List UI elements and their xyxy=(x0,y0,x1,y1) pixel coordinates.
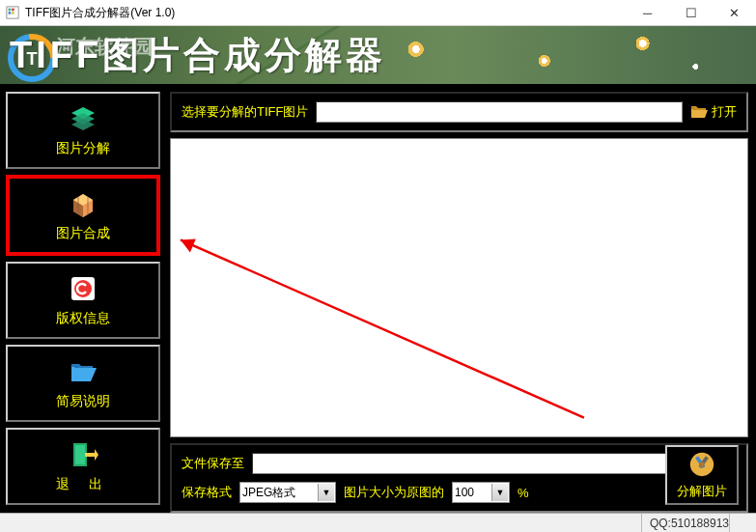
save-to-label: 文件保存至 xyxy=(182,455,244,472)
tiff-path-input[interactable] xyxy=(316,101,683,123)
svg-rect-1 xyxy=(9,9,12,12)
copyright-icon xyxy=(68,273,98,304)
size-label: 图片大小为原图的 xyxy=(344,484,444,501)
folder-open-icon xyxy=(68,356,98,387)
app-icon xyxy=(6,6,19,19)
format-value: JPEG格式 xyxy=(242,485,295,501)
window-controls: ─ ☐ ✕ xyxy=(626,0,756,26)
size-select[interactable]: 100 ▼ xyxy=(452,482,510,503)
format-label: 保存格式 xyxy=(182,484,232,501)
sidebar-item-label: 图片分解 xyxy=(56,140,110,157)
sidebar-item-exit[interactable]: 退 出 xyxy=(6,428,160,505)
sidebar-item-help[interactable]: 简易说明 xyxy=(6,345,160,422)
sidebar: 图片分解 图片合成 版权信息 简易说明 退 出 xyxy=(0,84,166,513)
format-select[interactable]: JPEG格式 ▼ xyxy=(239,482,336,503)
banner: T 河东软件园 TIFF图片合成分解器 xyxy=(0,26,756,84)
open-label: 打开 xyxy=(712,103,737,121)
svg-rect-3 xyxy=(9,12,12,14)
close-button[interactable]: ✕ xyxy=(713,0,756,26)
main-area: 图片分解 图片合成 版权信息 简易说明 退 出 xyxy=(0,84,756,513)
open-button[interactable]: 打开 xyxy=(690,103,737,121)
folder-icon xyxy=(690,105,708,119)
statusbar: QQ:510188913 xyxy=(0,513,756,532)
svg-line-21 xyxy=(181,239,584,417)
svg-rect-20 xyxy=(75,445,85,464)
annotation-arrow xyxy=(171,139,747,428)
select-file-label: 选择要分解的TIFF图片 xyxy=(182,103,308,121)
size-value: 100 xyxy=(455,486,474,499)
sidebar-item-label: 退 出 xyxy=(56,476,110,493)
chevron-down-icon: ▼ xyxy=(318,484,334,501)
sidebar-item-label: 简易说明 xyxy=(56,393,110,410)
svg-marker-22 xyxy=(181,238,196,252)
window-title: TIFF图片合成分解器(Ver 1.0) xyxy=(25,5,626,21)
minimize-button[interactable]: ─ xyxy=(626,0,669,26)
preview-area xyxy=(170,138,748,437)
svg-marker-10 xyxy=(71,119,95,130)
sidebar-item-copyright[interactable]: 版权信息 xyxy=(6,262,160,339)
cube-icon xyxy=(68,188,98,219)
percent-label: % xyxy=(518,486,529,500)
sidebar-item-label: 图片合成 xyxy=(56,225,110,242)
maximize-button[interactable]: ☐ xyxy=(669,0,713,26)
sidebar-item-compose[interactable]: 图片合成 xyxy=(6,175,160,256)
decompose-button[interactable]: 分解图片 xyxy=(665,445,739,505)
layers-icon xyxy=(68,103,98,134)
tools-icon xyxy=(687,450,716,479)
svg-point-30 xyxy=(699,462,705,467)
chevron-down-icon: ▼ xyxy=(491,484,508,501)
svg-rect-4 xyxy=(12,12,14,14)
svg-rect-2 xyxy=(12,9,14,12)
titlebar: TIFF图片合成分解器(Ver 1.0) ─ ☐ ✕ xyxy=(0,0,756,26)
decompose-label: 分解图片 xyxy=(677,483,727,500)
save-path-input[interactable] xyxy=(252,453,685,474)
banner-title: TIFF图片合成分解器 xyxy=(10,31,386,80)
exit-icon xyxy=(68,439,98,470)
content: 选择要分解的TIFF图片 打开 文件保存至 目录 xyxy=(166,84,756,513)
sidebar-item-decompose[interactable]: 图片分解 xyxy=(6,92,160,169)
output-panel: 文件保存至 目录 分解图片 保存格式 xyxy=(170,443,748,513)
status-qq: QQ:510188913 xyxy=(641,514,729,532)
sidebar-item-label: 版权信息 xyxy=(56,310,110,327)
input-panel: 选择要分解的TIFF图片 打开 xyxy=(170,92,748,132)
